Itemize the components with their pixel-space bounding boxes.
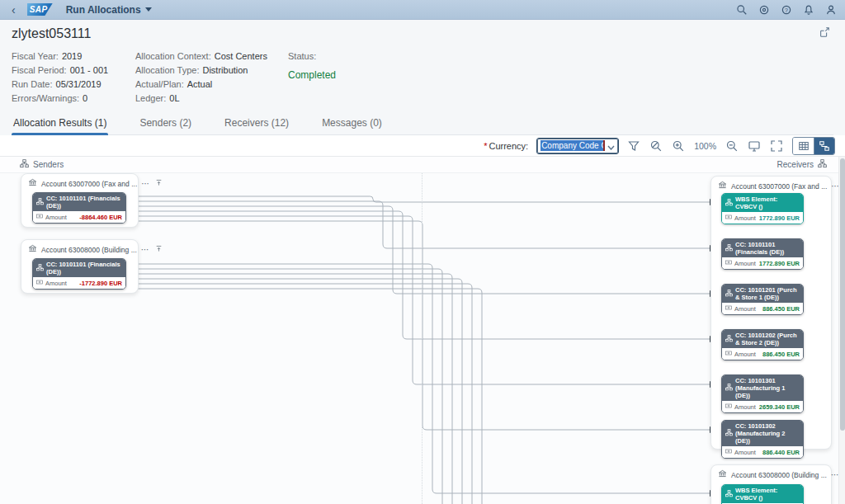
node-title: WBS Element: CVBCV () xyxy=(735,487,800,502)
connection-edge xyxy=(125,279,462,504)
connection-edge xyxy=(125,216,710,384)
cc-sitemap-icon xyxy=(36,198,44,207)
account-bank-icon xyxy=(718,181,727,191)
amount-label: Amount xyxy=(45,280,67,287)
tab-receivers[interactable]: Receivers (12) xyxy=(223,115,290,134)
zoom-in-icon[interactable] xyxy=(672,139,685,153)
profile-icon[interactable] xyxy=(825,4,837,16)
required-asterisk: * xyxy=(484,141,487,151)
receiver-node-cc-10101201[interactable]: CC: 10101201 (Purch & Store 1 (DE)) Amou… xyxy=(721,284,804,315)
fullscreen-icon[interactable] xyxy=(770,139,783,153)
field-label: Fiscal Period: xyxy=(12,65,67,75)
sender-group-account-63007000[interactable]: Account 63007000 (Fax and ... ⋯ CC: 1010… xyxy=(21,173,139,228)
field-label: Run Date: xyxy=(12,79,53,89)
node-title: CC: 10101101 (Financials (DE)) xyxy=(46,195,122,210)
receivers-sitemap-icon xyxy=(818,159,827,170)
currency-selected-value: Company Code Currency xyxy=(541,140,605,151)
cc-sitemap-icon xyxy=(725,429,733,438)
connection-edge xyxy=(125,264,710,493)
collapse-icon[interactable] xyxy=(155,245,163,254)
connection-edge xyxy=(125,274,452,504)
amount-label: Amount xyxy=(734,351,756,358)
connection-edge xyxy=(125,269,442,504)
shell-bar: ‹ SAP Run Allocations ? xyxy=(0,0,845,20)
receiver-node-cc-10101301[interactable]: CC: 10101301 (Manufacturing 1 (DE)) Amou… xyxy=(721,374,804,413)
amount-label: Amount xyxy=(734,214,756,222)
overflow-menu-icon[interactable]: ⋯ xyxy=(141,247,150,252)
money-icon xyxy=(725,304,732,313)
sap-logo[interactable]: SAP xyxy=(27,3,53,16)
sender-node-cc-10101101[interactable]: CC: 10101101 (Financials (DE)) Amount -8… xyxy=(32,192,126,224)
zoom-out-icon[interactable] xyxy=(725,139,739,153)
search-icon[interactable] xyxy=(736,4,748,16)
money-icon xyxy=(725,350,732,358)
zoom-level-value[interactable]: 100% xyxy=(694,141,716,151)
view-toggle xyxy=(792,137,835,155)
status-label: Status: xyxy=(288,51,316,61)
amount-value: 886.450 EUR xyxy=(762,305,800,313)
receiver-node-cc-10101202[interactable]: CC: 10101202 (Purch & Store 2 (DE)) Amou… xyxy=(721,329,804,360)
receiver-node-cc-10101302[interactable]: CC: 10101302 (Manufacturing 2 (DE)) Amou… xyxy=(721,420,804,459)
receiver-group-account-63008000[interactable]: Account 63008000 (Building ... ⋯ WBS Ele… xyxy=(710,464,832,504)
field-label: Allocation Context: xyxy=(135,51,211,61)
tab-messages[interactable]: Messages (0) xyxy=(320,115,384,134)
page-title: zlytest053111 xyxy=(12,26,91,41)
back-button[interactable]: ‹ xyxy=(8,4,19,16)
field-label: Errors/Warnings: xyxy=(12,93,79,103)
sender-node-cc-10101101[interactable]: CC: 10101101 (Financials (DE)) Amount -1… xyxy=(32,258,126,290)
page-header: zlytest053111 Fiscal Year:2019 Fiscal Pe… xyxy=(0,20,845,135)
fit-screen-icon[interactable] xyxy=(748,139,761,153)
receiver-node-wbs-cvbcv[interactable]: WBS Element: CVBCV () Amount 1772.890 EU… xyxy=(721,193,804,224)
tab-senders[interactable]: Senders (2) xyxy=(138,115,193,134)
field-value: 0 xyxy=(83,93,87,103)
amount-label: Amount xyxy=(734,449,756,456)
account-bank-icon xyxy=(28,178,37,189)
copilot-icon[interactable] xyxy=(758,4,770,16)
money-icon xyxy=(725,448,732,456)
amount-value: 1772.890 EUR xyxy=(759,260,800,267)
account-bank-icon xyxy=(28,244,37,255)
filter-icon[interactable] xyxy=(627,139,640,153)
connection-edge xyxy=(125,206,710,294)
tab-bar: Allocation Results (1) Senders (2) Recei… xyxy=(12,115,833,135)
sender-group-account-63008000[interactable]: Account 63008000 (Building ... ⋯ CC: 101… xyxy=(21,239,139,294)
header-info: Fiscal Year:2019 Fiscal Period:001 - 001… xyxy=(12,51,833,104)
notifications-icon[interactable] xyxy=(803,4,814,16)
receiver-node-wbs-cvbcv[interactable]: WBS Element: CVBCV () Amount 354.580 EUR xyxy=(721,484,804,504)
scrollbar-thumb[interactable] xyxy=(840,158,845,431)
field-value: 001 - 001 xyxy=(70,65,108,75)
receivers-panel-label: Receivers xyxy=(777,160,814,169)
amount-value: 2659.340 EUR xyxy=(759,403,800,411)
amount-label: Amount xyxy=(734,305,756,313)
center-divider xyxy=(422,173,422,504)
receiver-node-cc-10101101[interactable]: CC: 10101101 (Financials (DE)) Amount 17… xyxy=(721,238,804,270)
overflow-menu-icon[interactable]: ⋯ xyxy=(141,181,150,186)
receiver-group-account-63007000[interactable]: Account 63007000 (Fax and ... ⋯ WBS Elem… xyxy=(710,176,832,450)
cc-sitemap-icon xyxy=(36,264,44,273)
status-badge: Completed xyxy=(288,69,404,81)
field-value: 2019 xyxy=(62,51,82,61)
money-icon xyxy=(725,403,732,411)
receiver-group-title: Account 63007000 (Fax and ... xyxy=(731,182,827,191)
flow-panel-header: Senders Receivers xyxy=(0,157,845,173)
share-icon[interactable] xyxy=(819,26,830,41)
node-title: CC: 10101202 (Purch & Store 2 (DE)) xyxy=(735,332,800,346)
app-title-menu[interactable]: Run Allocations xyxy=(66,4,152,16)
sender-group-title: Account 63008000 (Building ... xyxy=(41,246,137,254)
amount-value: -8864.460 EUR xyxy=(79,214,122,221)
zoom-fit-icon[interactable] xyxy=(649,139,663,153)
table-view-button[interactable] xyxy=(793,138,814,154)
field-label: Actual/Plan: xyxy=(135,79,184,89)
collapse-icon[interactable] xyxy=(155,179,163,188)
connection-edge xyxy=(125,201,710,248)
node-title: CC: 10101101 (Financials (DE)) xyxy=(735,241,800,256)
cc-sitemap-icon xyxy=(725,335,733,344)
currency-select[interactable]: Company Code Currency xyxy=(537,139,618,153)
help-icon[interactable]: ? xyxy=(781,4,792,16)
tab-allocation-results[interactable]: Allocation Results (1) xyxy=(12,115,108,134)
graph-view-button[interactable] xyxy=(814,138,834,154)
field-value: Actual xyxy=(187,79,213,89)
field-label: Allocation Type: xyxy=(135,65,199,75)
wbs-sitemap-icon xyxy=(725,199,733,208)
field-value: Distribution xyxy=(202,65,248,75)
